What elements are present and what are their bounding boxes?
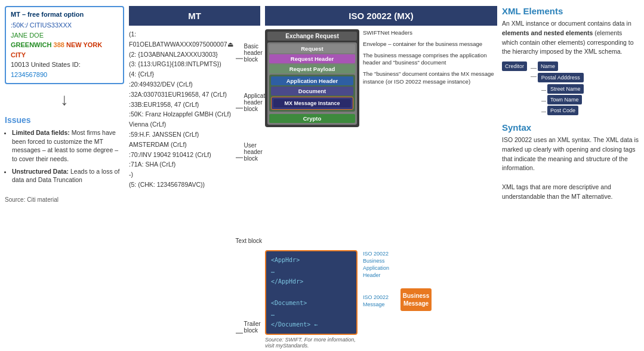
iso-bottom-area: <AppHdr> … </AppHdr> <Document> … </Docu… bbox=[265, 250, 497, 349]
iso-code-area: <AppHdr> … </AppHdr> <Document> … </Docu… bbox=[265, 250, 359, 349]
mt-content: (1: F01OELBATWWAXXX0975000007⏏ (2: {1O3A… bbox=[129, 29, 233, 190]
mx-msg-instance-label: MX Message Instance bbox=[273, 99, 351, 107]
mx-request-box: Request Request Header Request Payload A… bbox=[267, 42, 357, 125]
iso-code-box: <AppHdr> … </AppHdr> <Document> … </Docu… bbox=[265, 250, 358, 335]
xml-elements-text: An XML instance or document contains dat… bbox=[502, 19, 639, 57]
mt-l8: :50K: Franz Holzappfel GMBH (CrLf) bbox=[129, 109, 233, 119]
mt-l11: AMSTERDAM (CrLf) bbox=[129, 140, 233, 150]
code-line-4: <Document> bbox=[271, 298, 352, 309]
mx-request-header-label: Request Header bbox=[269, 54, 355, 63]
iso-column: ISO 20022 (MX) Exchange Request Request … bbox=[265, 6, 497, 349]
left-source: Source: Citi material bbox=[5, 194, 124, 205]
mt-l7: :33B:EUR1958, 47 (CrLf) bbox=[129, 100, 233, 110]
brace-icon-2: ⎯ bbox=[236, 96, 243, 108]
mx-exchange-header: Exchange Request bbox=[267, 32, 357, 41]
mx-doc-inner: MX Message Instance bbox=[271, 97, 353, 110]
syntax-text: ISO 20022 uses an XML syntax. The XML da… bbox=[502, 136, 639, 201]
mx-outer-box: Exchange Request Request Request Header … bbox=[265, 29, 359, 127]
tree-postcode: Post Code bbox=[547, 106, 578, 115]
mt-line-3: GREENWICH 388 NEW YORK CITY bbox=[11, 40, 118, 60]
anno-3: The business message comprises the appli… bbox=[363, 52, 497, 67]
mt-l3: (3: {113:URG1}{108:INTLPMTS}) bbox=[129, 59, 233, 69]
mt-box-title: MT – free format option bbox=[11, 11, 118, 18]
iso-main-area: Exchange Request Request Request Header … bbox=[265, 29, 497, 247]
anno-4: The "business" document contains the MX … bbox=[363, 70, 497, 86]
mt-l12: :70:/INV 19042 910412 (CrLf) bbox=[129, 150, 233, 160]
brace-icon-3: ⎯ bbox=[236, 146, 243, 158]
mt-line-1: :50K:/ CITIUS33XXX bbox=[11, 20, 118, 30]
code-line-blank bbox=[271, 287, 352, 298]
mt-column-header: MT bbox=[129, 6, 260, 26]
anno-1: SWIFTNet Headers bbox=[363, 29, 497, 37]
biz-msg-badge-col: BusinessMessage bbox=[398, 250, 434, 349]
xml-elements-title: XML Elements bbox=[502, 6, 639, 16]
mt-l13: :71A: SHA (CrLf) bbox=[129, 159, 233, 170]
mt-free-format-box: MT – free format option :50K:/ CITIUS33X… bbox=[5, 6, 124, 84]
biz-label-2: ISO 20022 Message bbox=[363, 294, 396, 308]
anno-2: Envelope – container for the business me… bbox=[363, 41, 497, 48]
issues-section: Issues Limited Data fields: Most firms h… bbox=[5, 115, 124, 188]
mx-app-header-label: Application Header bbox=[271, 76, 353, 85]
code-line-6: </Document> ← bbox=[271, 319, 352, 330]
code-line-3: </AppHdr> bbox=[271, 276, 352, 287]
code-line-5: … bbox=[271, 309, 352, 319]
mt-l2: (2: {1O3ABNANL2AXXXU3003} bbox=[129, 50, 233, 60]
mt-l14: -) bbox=[129, 170, 233, 180]
tree-diagram: Creditor Name Postal Adddress bbox=[502, 61, 639, 115]
biz-msg-badge: BusinessMessage bbox=[400, 288, 432, 311]
issues-title: Issues bbox=[5, 115, 124, 125]
mx-request-label: Request bbox=[269, 44, 355, 53]
mt-line-2: JANE DOE bbox=[11, 30, 118, 41]
mt-l4: (4: {CrLf} bbox=[129, 69, 233, 79]
anno-text-3: The business message comprises the appli… bbox=[363, 52, 497, 67]
tree-town: Town Name bbox=[547, 95, 582, 104]
mt-section-inner: (1: F01OELBATWWAXXX0975000007⏏ (2: {1O3A… bbox=[129, 29, 260, 349]
issues-list: Limited Data fields: Most firms have bee… bbox=[5, 128, 124, 184]
bottom-right-area: ISO 20022 Business Application Header IS… bbox=[363, 250, 497, 349]
mt-l1: (1: F01OELBATWWAXXX0975000007⏏ bbox=[129, 29, 233, 50]
biz-msg-col: ISO 20022 Business Application Header IS… bbox=[363, 250, 396, 349]
tree-postal: Postal Adddress bbox=[538, 73, 584, 82]
syntax-section: Syntax ISO 20022 uses an XML syntax. The… bbox=[502, 122, 639, 201]
anno-text-4: The "business" document contains the MX … bbox=[363, 70, 497, 86]
left-panel: MT – free format option :50K:/ CITIUS33X… bbox=[5, 6, 124, 349]
code-line-1: <AppHdr> bbox=[271, 255, 352, 266]
biz-label-1: ISO 20022 Business Application Header bbox=[363, 250, 396, 279]
mt-line-5: 1234567890 bbox=[11, 70, 118, 80]
mt-lines-col: (1: F01OELBATWWAXXX0975000007⏏ (2: {1O3A… bbox=[129, 29, 233, 349]
syntax-title: Syntax bbox=[502, 122, 639, 133]
mx-payload-inner: Application Header Document MX Message I… bbox=[269, 75, 355, 112]
mx-crypto-label: Crypto bbox=[269, 114, 355, 123]
arrow-down-icon: ↓ bbox=[5, 90, 124, 109]
mt-l5: :20:494932/DEV (CrLf) bbox=[129, 79, 233, 90]
bracket-label-4: Text block bbox=[236, 238, 262, 244]
mt-l9: Vienna (CrLf) bbox=[129, 119, 233, 130]
mt-column: MT (1: F01OELBATWWAXXX0975000007⏏ (2: {1… bbox=[129, 6, 260, 349]
brace-icon-5: ⎯ bbox=[236, 321, 243, 333]
mt-l10: :59:H.F. JANSSEN (CrLf) bbox=[129, 130, 233, 140]
iso-column-header: ISO 20022 (MX) bbox=[265, 6, 497, 26]
anno-text-2: Envelope – container for the business me… bbox=[363, 41, 482, 48]
tree-street: Street Name bbox=[547, 84, 584, 94]
mt-l15: (5: (CHK: 123456789AVC)) bbox=[129, 180, 233, 190]
mt-l6: :32A:0307031EUR19658, 47 (CrLf) bbox=[129, 90, 233, 100]
xml-elements-section: XML Elements An XML instance or document… bbox=[502, 6, 639, 115]
iso-right-annotations: SWIFTNet Headers Envelope – container fo… bbox=[363, 29, 497, 247]
right-panel: XML Elements An XML instance or document… bbox=[502, 6, 639, 349]
issue-item-1: Limited Data fields: Most firms have bee… bbox=[12, 128, 124, 164]
mt-line-4: 10013 United States ID: bbox=[11, 60, 118, 70]
iso-left-diagram: Exchange Request Request Request Header … bbox=[265, 29, 359, 247]
issue-item-2: Unstructured Data: Leads to a loss of da… bbox=[12, 167, 124, 184]
iso-source: Source: SWIFT. For more information, vis… bbox=[265, 337, 359, 349]
tree-name: Name bbox=[538, 61, 558, 71]
tree-postal-branch: Postal Adddress Street Name Town Name bbox=[538, 73, 584, 115]
anno-text-1: SWIFTNet Headers bbox=[363, 29, 412, 37]
mx-request-payload-label: Request Payload bbox=[269, 64, 355, 73]
code-line-2: … bbox=[271, 266, 352, 276]
brace-icon-1: ⎯ bbox=[236, 47, 243, 59]
biz-labels: ISO 20022 Business Application Header IS… bbox=[363, 250, 396, 308]
tree-creditor: Creditor bbox=[502, 61, 527, 71]
mx-document-label: Document bbox=[271, 87, 353, 96]
